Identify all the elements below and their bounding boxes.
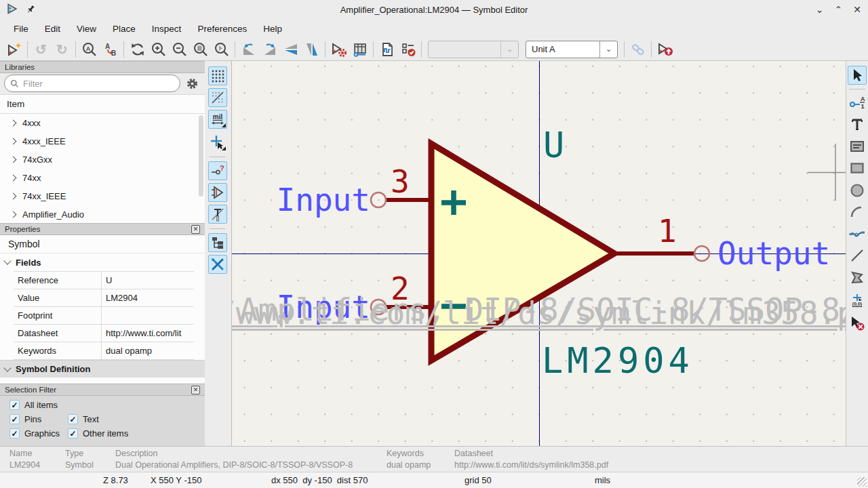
menu-file[interactable]: File bbox=[7, 22, 35, 36]
checkbox-other-items[interactable]: ✓ Other items bbox=[68, 428, 128, 439]
draw-polygon-button[interactable] bbox=[848, 268, 867, 287]
library-item-4xxx-ieee[interactable]: 4xxx_IEEE bbox=[0, 132, 205, 150]
chevron-right-icon[interactable] bbox=[10, 120, 17, 127]
show-pin-electrical-types-button[interactable] bbox=[208, 183, 227, 202]
zoom-out-button[interactable] bbox=[169, 40, 190, 59]
mirror-horizontal-button[interactable] bbox=[280, 40, 301, 59]
undo-button[interactable]: ↺ bbox=[31, 40, 52, 59]
place-text-button[interactable] bbox=[848, 115, 867, 134]
pin1-name[interactable]: Output bbox=[717, 238, 830, 269]
pin-table-button[interactable] bbox=[349, 40, 370, 59]
info-datasheet-value: http://www.ti.com/lit/ds/symlink/lm358.p… bbox=[454, 460, 608, 470]
symbol-definition-header[interactable]: Symbol Definition bbox=[0, 360, 205, 378]
libraries-scrollbar[interactable] bbox=[199, 115, 203, 197]
library-item-4xxx[interactable]: 4xxx bbox=[0, 114, 205, 132]
library-item-74xx-ieee[interactable]: 74xx_IEEE bbox=[0, 187, 205, 205]
checkbox-text[interactable]: ✓ Text bbox=[68, 414, 99, 424]
menu-view[interactable]: View bbox=[70, 22, 103, 36]
info-description-value: Dual Operational Amplifiers, DIP-8/SOIC-… bbox=[115, 460, 353, 470]
place-textbox-button[interactable] bbox=[848, 137, 867, 156]
reference-text[interactable]: U bbox=[543, 127, 564, 163]
rotate-cw-button[interactable] bbox=[259, 40, 280, 59]
draw-line-button[interactable] bbox=[848, 246, 867, 265]
close-icon[interactable]: ✕ bbox=[191, 225, 200, 234]
close-icon[interactable]: ✕ bbox=[191, 386, 200, 394]
checkbox-graphics[interactable]: ✓ Graphics bbox=[9, 428, 60, 439]
resize-grip[interactable] bbox=[857, 477, 867, 487]
field-row-value[interactable]: Value LM2904 bbox=[14, 289, 194, 307]
chevron-right-icon[interactable] bbox=[10, 193, 17, 200]
draw-rectangle-button[interactable] bbox=[848, 159, 867, 178]
chevron-right-icon[interactable] bbox=[10, 157, 17, 163]
rotate-ccw-button[interactable] bbox=[238, 40, 259, 59]
draw-circle-button[interactable] bbox=[848, 181, 867, 200]
pin3-number[interactable]: 3 bbox=[391, 166, 410, 197]
field-row-keywords[interactable]: Keywords dual opamp bbox=[14, 342, 194, 360]
selection-filter-caption[interactable]: Selection Filter ✕ bbox=[0, 384, 205, 396]
toggle-grid-button[interactable] bbox=[208, 66, 227, 85]
close-button[interactable]: ✕ bbox=[853, 0, 861, 19]
minimize-button[interactable]: ⌄ bbox=[816, 0, 824, 19]
show-hidden-fields-button[interactable] bbox=[208, 205, 227, 224]
symbol-properties-button[interactable] bbox=[328, 40, 349, 59]
maximize-button[interactable]: ⌃ bbox=[835, 0, 843, 19]
library-column-header[interactable]: Item bbox=[0, 95, 205, 114]
move-anchor-button[interactable]: (0,0) bbox=[848, 291, 867, 310]
units-mil-button[interactable]: mil bbox=[208, 110, 227, 129]
chevron-right-icon[interactable] bbox=[10, 138, 17, 145]
field-row-footprint[interactable]: Footprint bbox=[14, 307, 194, 325]
zoom-page-button[interactable] bbox=[190, 40, 211, 59]
show-hidden-pins-button[interactable]: ? bbox=[208, 161, 227, 180]
menu-preferences[interactable]: Preferences bbox=[191, 22, 254, 36]
symbol-checker-button[interactable] bbox=[397, 40, 418, 59]
delete-tool-button[interactable] bbox=[848, 314, 867, 333]
chevron-right-icon[interactable] bbox=[10, 175, 17, 182]
library-filter-input[interactable]: Filter bbox=[4, 75, 180, 92]
mirror-vertical-button[interactable] bbox=[301, 40, 322, 59]
chevron-right-icon[interactable] bbox=[10, 211, 17, 218]
grid-overrides-button[interactable] bbox=[208, 88, 227, 107]
bezier-tool-icon bbox=[849, 226, 865, 242]
hidden-pin-icon: ? bbox=[211, 164, 224, 178]
field-row-datasheet[interactable]: Datasheet http://www.ti.com/lit bbox=[14, 325, 194, 342]
cursor-shape-button[interactable] bbox=[208, 133, 227, 152]
redo-button[interactable]: ↻ bbox=[52, 40, 73, 59]
zoom-selection-icon bbox=[214, 41, 230, 58]
export-symbol-button[interactable] bbox=[654, 40, 675, 59]
properties-caption[interactable]: Properties ✕ bbox=[0, 223, 205, 235]
checkbox-all-items[interactable]: ✓ All items bbox=[9, 400, 58, 410]
library-item-74xx[interactable]: 74xx bbox=[0, 169, 205, 187]
menu-help[interactable]: Help bbox=[256, 22, 289, 36]
menu-place[interactable]: Place bbox=[106, 22, 142, 36]
draw-arc-button[interactable] bbox=[848, 203, 867, 222]
library-item-amplifier-audio[interactable]: Amplifier_Audio bbox=[0, 205, 205, 223]
fields-section-header[interactable]: Fields bbox=[0, 253, 205, 271]
zoom-fit-button[interactable]: A bbox=[79, 40, 100, 59]
value-text[interactable]: LM2904 bbox=[542, 343, 694, 378]
field-row-reference[interactable]: Reference U bbox=[14, 272, 194, 289]
datasheet-button[interactable] bbox=[376, 40, 397, 59]
toggle-properties-button[interactable] bbox=[208, 255, 227, 274]
zoom-selection-button[interactable] bbox=[211, 40, 232, 59]
pin3-name[interactable]: Input bbox=[275, 184, 370, 216]
zoom-objects-button[interactable]: AB bbox=[100, 40, 121, 59]
pin1-number[interactable]: 1 bbox=[658, 216, 677, 247]
grid-icon bbox=[211, 69, 224, 83]
toggle-library-tree-button[interactable] bbox=[208, 233, 227, 252]
unit-selector[interactable]: Unit A ⌄ bbox=[526, 41, 618, 58]
editor-canvas[interactable]: U LM2904 Input Input Output 3 2 1 Dual O… bbox=[231, 61, 846, 446]
draw-bezier-button[interactable] bbox=[848, 224, 867, 243]
new-symbol-button[interactable] bbox=[3, 40, 24, 59]
place-pin-button[interactable]: A1 bbox=[848, 94, 867, 113]
refresh-button[interactable] bbox=[127, 40, 148, 59]
checkbox-pins[interactable]: ✓ Pins bbox=[9, 414, 41, 424]
menu-edit[interactable]: Edit bbox=[38, 22, 67, 36]
library-settings-button[interactable] bbox=[183, 75, 201, 92]
libraries-caption[interactable]: Libraries bbox=[0, 61, 205, 73]
library-item-74xgxx[interactable]: 74xGxx bbox=[0, 150, 205, 169]
menu-inspect[interactable]: Inspect bbox=[145, 22, 189, 36]
rotate-cw-icon bbox=[262, 41, 278, 58]
select-tool-button[interactable] bbox=[848, 66, 867, 85]
zoom-in-button[interactable] bbox=[148, 40, 169, 59]
pin3-circle[interactable] bbox=[371, 192, 386, 207]
